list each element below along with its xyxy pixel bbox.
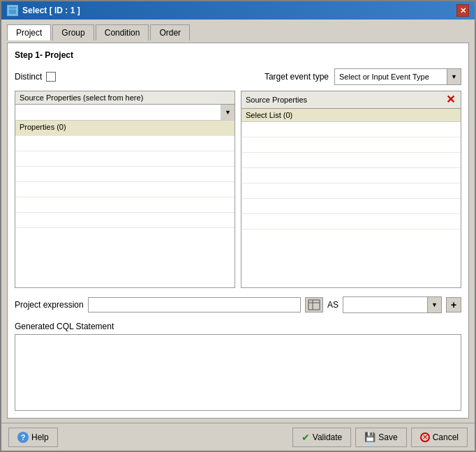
tab-condition[interactable]: Condition: [96, 24, 149, 40]
distinct-checkbox[interactable]: [46, 72, 56, 82]
tab-project[interactable]: Project: [7, 24, 51, 40]
tabs-bar: Project Group Condition Order: [7, 24, 469, 40]
help-button[interactable]: ? Help: [8, 428, 58, 447]
save-button[interactable]: 💾 Save: [355, 428, 406, 447]
project-expression-input[interactable]: [88, 297, 301, 312]
right-header-row: Source Properties ✕: [246, 93, 456, 106]
source-props-left-panel: Source Properties (select from here) ▼ P…: [15, 91, 235, 288]
source-props-list: Properties (0): [15, 121, 235, 287]
props-empty-row-3: [15, 167, 235, 182]
title-bar-left: Select [ ID : 1 ]: [7, 5, 80, 16]
window-body: Project Group Condition Order Step 1- Pr…: [1, 20, 475, 423]
distinct-row: Distinct: [15, 72, 56, 82]
as-input-row: ▼: [343, 296, 442, 313]
delete-icon: ✕: [446, 94, 455, 105]
footer-right: ✔ Validate 💾 Save ✕ Cancel: [292, 428, 468, 447]
props-empty-row-6: [15, 213, 235, 228]
as-label: AS: [327, 300, 339, 310]
select-list-item-0[interactable]: Select List (0): [241, 109, 461, 122]
as-input[interactable]: [343, 297, 427, 312]
target-event-label: Target event type: [265, 72, 329, 82]
source-props-dropdown[interactable]: ▼: [15, 105, 235, 121]
cql-textarea[interactable]: [15, 334, 461, 411]
cql-label: Generated CQL Statement: [15, 322, 461, 331]
source-props-right-panel: Source Properties ✕ Select List (0): [241, 91, 461, 288]
select-empty-row-6: [241, 199, 461, 214]
source-props-dropdown-btn[interactable]: ▼: [221, 105, 235, 120]
project-expression-label: Project expression: [15, 300, 84, 310]
properties-row: Source Properties (select from here) ▼ P…: [15, 91, 461, 288]
target-event-dropdown-btn[interactable]: ▼: [447, 69, 461, 84]
main-panel: Step 1- Project Distinct Target event ty…: [7, 43, 469, 419]
properties-item-0[interactable]: Properties (0): [15, 121, 235, 136]
target-event-select[interactable]: Select or Input Event Type ▼: [334, 68, 461, 85]
distinct-target-row: Distinct Target event type Select or Inp…: [15, 68, 461, 85]
validate-icon: ✔: [302, 432, 310, 443]
select-empty-row-4: [241, 168, 461, 183]
title-bar: Select [ ID : 1 ] ✕: [1, 1, 475, 20]
props-empty-row-4: [15, 182, 235, 197]
select-empty-row-5: [241, 183, 461, 199]
cancel-button[interactable]: ✕ Cancel: [411, 428, 468, 447]
main-window: Select [ ID : 1 ] ✕ Project Group Condit…: [0, 0, 476, 452]
svg-rect-2: [308, 300, 320, 310]
source-props-left-header: Source Properties (select from here): [15, 91, 235, 105]
props-empty-row-5: [15, 197, 235, 213]
close-button[interactable]: ✕: [456, 4, 469, 17]
window-icon: [7, 5, 18, 16]
target-event-value: Select or Input Event Type: [335, 71, 447, 82]
validate-button[interactable]: ✔ Validate: [292, 428, 351, 447]
cancel-icon: ✕: [420, 432, 430, 442]
project-expression-row: Project expression AS ▼ +: [15, 294, 461, 316]
source-props-dropdown-text: [15, 110, 221, 114]
tab-order[interactable]: Order: [150, 24, 190, 40]
help-icon: ?: [17, 432, 29, 443]
tab-group[interactable]: Group: [52, 24, 94, 40]
svg-rect-0: [8, 6, 17, 15]
select-empty-row-3: [241, 153, 461, 168]
footer-left: ? Help: [8, 428, 58, 447]
delete-button[interactable]: ✕: [444, 93, 456, 106]
footer: ? Help ✔ Validate 💾 Save ✕ Cancel: [1, 423, 475, 451]
target-event-row: Target event type Select or Input Event …: [265, 68, 461, 85]
select-list: Select List (0): [241, 109, 461, 287]
select-empty-row-2: [241, 137, 461, 153]
table-icon: [308, 299, 320, 310]
window-title: Select [ ID : 1 ]: [22, 6, 80, 15]
select-empty-row-1: [241, 122, 461, 137]
distinct-label: Distinct: [15, 72, 42, 82]
props-empty-row-2: [15, 151, 235, 167]
step-title: Step 1- Project: [15, 50, 461, 60]
expression-builder-btn[interactable]: [305, 297, 323, 312]
as-dropdown-btn[interactable]: ▼: [427, 297, 441, 312]
cql-section: Generated CQL Statement: [15, 322, 461, 411]
source-props-right-header: Source Properties ✕: [241, 91, 461, 109]
add-expression-btn[interactable]: +: [446, 297, 461, 312]
save-icon: 💾: [364, 432, 375, 442]
props-empty-row-1: [15, 136, 235, 151]
select-empty-row-7: [241, 214, 461, 229]
